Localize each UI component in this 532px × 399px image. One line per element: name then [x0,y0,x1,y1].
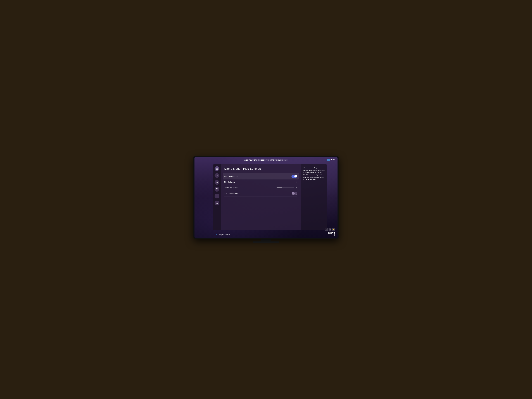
sidebar-icon-support[interactable] [215,187,219,192]
main-settings-panel: Game Motion Plus Settings Game Motion Pl… [221,165,301,230]
led-toggle-knob [292,192,295,195]
ammo-count: 26/104 [325,231,335,234]
sidebar-icon-help[interactable] [215,194,219,198]
top-hud: 1/10 PLAYERS NEEDED TO START ROUND 0/10 [195,159,337,161]
tv-frame: 1/10 PLAYERS NEEDED TO START ROUND 0/10 … [193,156,339,239]
svg-point-5 [216,195,218,197]
panel-title: Game Motion Plus Settings [224,167,298,171]
toggle-knob [294,175,297,177]
player-name: ✚ [Luso]LMPCardoso ★ [215,234,232,236]
hud-players-text: 1/10 PLAYERS NEEDED TO START ROUND 0/10 [244,159,287,161]
game-motion-plus-label: Game Motion Plus [224,175,240,177]
sidebar [213,165,221,230]
description-text: Enhance screen sharpness to optimise fas… [303,167,325,181]
game-motion-plus-toggle[interactable] [291,175,297,178]
blur-reduction-label: Blur Reduction [224,181,240,183]
svg-point-4 [217,189,217,190]
tv-neck [261,239,271,241]
blur-reduction-value: 0 [295,181,298,183]
tv-base [253,241,279,243]
setting-row-blur-reduction[interactable]: Blur Reduction 0 [224,179,298,185]
setting-row-led-clear-motion[interactable]: LED Clear Motion [224,190,298,196]
hdmi-icon [327,159,330,161]
svg-point-3 [217,182,217,183]
settings-panel: Game Motion Plus Settings Game Motion Pl… [213,165,327,230]
led-clear-motion-label: LED Clear Motion [224,192,240,194]
hdmi-text: HDMI [330,159,335,161]
setting-row-game-motion-plus[interactable]: Game Motion Plus [223,173,299,179]
blur-reduction-slider-container: 0 [277,181,298,183]
judder-reduction-value: 0 [295,186,298,188]
judder-reduction-track[interactable] [277,187,294,188]
blur-reduction-track[interactable] [277,182,294,182]
svg-marker-2 [216,175,217,176]
judder-reduction-label: Judder Reduction [224,186,240,188]
tv-stand [253,239,279,243]
led-clear-motion-toggle[interactable] [291,192,298,195]
judder-reduction-fill [277,187,282,188]
svg-point-1 [216,168,217,168]
hdmi-label: HDMI [327,159,335,161]
tv-screen: 1/10 PLAYERS NEEDED TO START ROUND 0/10 … [195,157,337,238]
ammo-secondary: 1 [325,234,335,236]
blur-reduction-fill [277,182,282,182]
setting-row-judder-reduction[interactable]: Judder Reduction 0 [224,185,298,190]
sidebar-icon-sound[interactable] [215,173,219,178]
description-panel: Enhance screen sharpness to optimise fas… [301,165,327,230]
sidebar-icon-picture[interactable] [215,166,219,171]
sidebar-icon-broadcast[interactable] [215,180,219,185]
judder-reduction-slider-container: 0 [277,186,298,188]
sidebar-icon-security[interactable] [215,201,219,205]
